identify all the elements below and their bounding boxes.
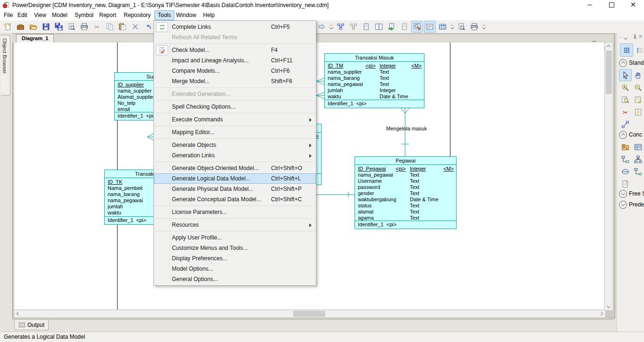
association-tool[interactable] (619, 165, 632, 178)
menu-edit[interactable]: Edit (17, 10, 27, 20)
vertical-scrollbar[interactable] (605, 43, 613, 310)
menu-repository[interactable]: Repository (124, 10, 151, 20)
generate-model-button[interactable] (335, 21, 347, 33)
scroll-right-icon[interactable] (599, 310, 605, 316)
menu-item[interactable]: Model Options... (154, 264, 316, 274)
menu-item[interactable]: Merge Model... Shift+F6 (154, 76, 316, 86)
menu-item[interactable]: Generate Physical Data Model... Ctrl+Shi… (154, 184, 316, 194)
print-preview-button-2[interactable] (456, 21, 467, 33)
menu-item[interactable]: Impact and Lineage Analysis... Ctrl+F11 (154, 55, 316, 66)
menu-model[interactable]: Model (52, 10, 68, 20)
zoom-in-tool[interactable] (619, 81, 632, 94)
association-link-tool[interactable] (632, 165, 644, 178)
toolbox-list-view-button[interactable] (633, 43, 644, 57)
entity-tool[interactable] (632, 141, 644, 153)
link-tool[interactable] (619, 118, 632, 130)
zoom-area-tool[interactable] (619, 94, 632, 106)
scroll-up-icon[interactable] (605, 43, 611, 49)
menu-item[interactable]: Complete Links Ctrl+F5 (154, 22, 316, 32)
print-preview-button[interactable] (66, 21, 77, 33)
menu-tools[interactable]: Tools (154, 10, 174, 20)
minimize-button[interactable] (579, 0, 601, 10)
menu-file[interactable]: File (4, 10, 13, 20)
scroll-down-icon[interactable] (605, 304, 611, 310)
note-tool[interactable] (632, 106, 644, 118)
menu-item[interactable]: Generate Objects (154, 140, 316, 150)
delete-button[interactable] (129, 21, 141, 33)
menu-item[interactable]: Spell Checking Options... (154, 102, 316, 112)
print-button-2[interactable] (468, 21, 480, 33)
section-standard[interactable]: Stand (619, 59, 644, 67)
show-notes-button[interactable] (424, 21, 436, 33)
menu-item[interactable]: General Options... (154, 274, 316, 284)
zoom-out-tool[interactable] (632, 81, 644, 94)
diagram-links-button[interactable] (398, 21, 410, 33)
cut-button[interactable]: ✂ (91, 21, 103, 33)
paste-button[interactable] (117, 21, 128, 33)
grabber-tool[interactable] (632, 69, 644, 81)
toolbar-overflow-button[interactable] (481, 25, 486, 29)
copy-button[interactable] (104, 21, 116, 33)
menu-view[interactable]: View (34, 10, 46, 20)
print-button[interactable] (78, 21, 90, 33)
new-diagram-button[interactable] (360, 21, 372, 33)
menu-item[interactable]: License Parameters... (154, 207, 316, 217)
menu-help[interactable]: Help (203, 10, 215, 20)
entity-transaksi-masuk[interactable]: Transaksi Masuk ID_TM<pi>Integer<M>nama_… (324, 53, 424, 108)
collapse-icon[interactable] (619, 59, 627, 67)
diagrams-button[interactable] (373, 21, 385, 33)
panel-menu-icon[interactable] (624, 35, 627, 40)
horizontal-scroll-thumb[interactable] (293, 311, 325, 317)
menu-item[interactable]: Mapping Editor... (154, 127, 316, 137)
toolbar-overflow-button[interactable] (329, 25, 334, 29)
close-panel-icon[interactable]: ✕ (638, 34, 643, 40)
save-button[interactable] (40, 21, 52, 33)
menu-item[interactable]: Compare Models... Ctrl+F6 (154, 66, 316, 76)
file-tool[interactable] (619, 178, 632, 190)
menu-item[interactable]: Extended Generation... (154, 89, 316, 99)
scroll-left-icon[interactable] (15, 310, 21, 316)
section-conceptual[interactable]: Conc (619, 130, 642, 139)
object-browser-tab[interactable]: Object Browser (0, 35, 10, 95)
close-button[interactable]: ✕ (622, 0, 644, 10)
menu-item[interactable]: Generate Conceptual Data Model... Ctrl+S… (154, 194, 316, 205)
pointer-tool[interactable] (619, 69, 632, 81)
section-predefined-symbols[interactable]: Prede (619, 200, 644, 209)
relationship-label[interactable]: Mengelola masuk (386, 126, 427, 131)
open-workspace-button[interactable] (15, 21, 26, 33)
tab-diagram-1[interactable]: Diagram_1 (16, 34, 54, 43)
menu-item[interactable]: Display Preferences... (154, 253, 316, 264)
menu-item[interactable]: Generate Object-Oriented Model... Ctrl+S… (154, 163, 316, 173)
undo-button[interactable] (142, 21, 154, 33)
menu-item[interactable]: Execute Commands (154, 114, 316, 125)
collapse-icon[interactable] (619, 131, 627, 139)
package-tool[interactable] (619, 141, 632, 153)
delete-tool[interactable]: ✂ (619, 106, 632, 118)
section-free-symbols[interactable]: Free S (619, 189, 644, 198)
entity-pegawai[interactable]: Pegawai ID_Pegawai<pi>Integer<M>nama_peg… (355, 156, 457, 229)
relationship-tool[interactable] (619, 153, 632, 165)
data-items-button[interactable] (437, 21, 449, 33)
generate-links-button[interactable] (347, 21, 359, 33)
maximize-button[interactable] (601, 0, 622, 10)
menu-item[interactable]: Apply User Profile... (154, 232, 316, 243)
expand-icon[interactable] (619, 190, 627, 198)
menu-item[interactable]: Customize Menus and Tools... (154, 243, 316, 253)
inheritance-tool[interactable] (632, 153, 644, 165)
open-button[interactable] (27, 21, 39, 33)
new-document-button[interactable] (2, 21, 14, 33)
menu-item[interactable]: Refresh All Related Terms (154, 32, 316, 43)
toolbox-grid-view-button[interactable] (620, 43, 633, 57)
pin-icon[interactable] (631, 34, 638, 42)
menu-item[interactable]: Generate Logical Data Model... Ctrl+Shif… (154, 173, 316, 184)
horizontal-scrollbar[interactable] (14, 310, 605, 318)
regenerate-button[interactable] (386, 21, 398, 33)
tab-output[interactable]: Output (14, 320, 49, 330)
toolbar-overflow-button[interactable] (449, 25, 455, 29)
menu-item[interactable]: Resources (154, 220, 316, 230)
menu-window[interactable]: Window (176, 10, 196, 20)
menu-symbol[interactable]: Symbol (75, 10, 93, 20)
save-all-button[interactable] (53, 21, 65, 33)
zoom-window-button[interactable] (411, 21, 423, 33)
menu-report[interactable]: Report (99, 10, 116, 20)
